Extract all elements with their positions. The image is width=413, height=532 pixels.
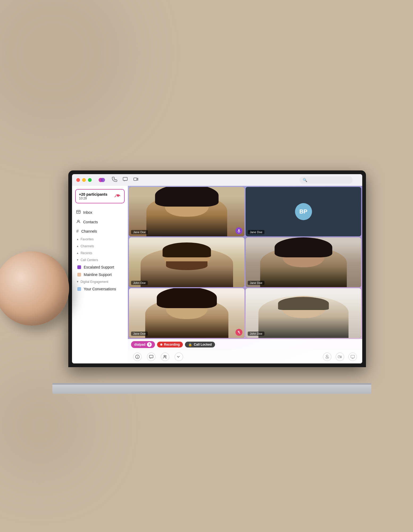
search-bar[interactable]: 🔍 [300,176,353,184]
call-centers-label: Call Centers [81,258,98,262]
inbox-icon [76,210,81,215]
call-duration-label: 10:28 [79,196,107,200]
video-feed-4 [246,237,361,287]
your-conversations-dot [77,287,81,291]
your-conversations-item[interactable]: Your Conversations [72,285,128,293]
contacts-icon [76,219,81,225]
audio-active-badge-1 [235,227,242,234]
sidebar: +20 participants 10:28 [72,186,128,363]
recording-badge[interactable]: Recording [157,342,183,347]
favorites-section[interactable]: ▲ Favorites [72,236,128,243]
svg-rect-3 [134,178,137,181]
video-name-tag-3: John Doe [131,281,148,285]
chat-button[interactable] [147,353,155,361]
video-name-tag-2: Jane Doe [248,230,264,234]
video-name-tag-6: John Doe [248,332,264,336]
call-locked-badge[interactable]: 🔒 Call Locked [185,342,215,347]
mainline-support-item[interactable]: Mainline Support [72,271,128,278]
svg-rect-21 [351,355,355,358]
laptop-base [52,383,371,394]
lock-icon: 🔒 [188,343,192,346]
escalated-support-label: Escalated Support [84,265,114,269]
sidebar-item-contacts[interactable]: Contacts [72,217,128,227]
video-tile-1[interactable]: Jane Doe [129,187,245,237]
mainline-support-label: Mainline Support [84,273,112,277]
video-name-tag-1: Jane Doe [131,230,148,234]
video-off-button[interactable] [336,353,344,361]
toolbar-right [323,353,357,361]
video-tile-5[interactable]: Jane Doe [129,288,245,338]
minimize-button[interactable] [82,178,86,182]
more-options-button[interactable] [175,353,183,361]
info-button[interactable] [133,353,142,361]
phone-toolbar-icon[interactable] [112,177,117,183]
dialpad-count: 9 [147,342,152,347]
laptop-mockup: 🔍 +20 participants 10:28 [47,170,366,388]
screen-content: 🔍 +20 participants 10:28 [72,174,362,363]
call-status-bar: dialpad 9 Recording 🔒 Call Locked [128,339,362,350]
call-participants-label: +20 participants [79,192,107,196]
close-button[interactable] [76,178,80,182]
digital-engagement-label: Digital Engagement [81,280,108,284]
video-feed-3 [129,237,245,287]
call-info: +20 participants 10:28 [79,192,107,200]
mainline-support-dot [77,273,81,277]
channels-section-chevron: ▲ [76,245,79,248]
chat-toolbar-icon[interactable] [123,177,128,183]
svg-point-1 [101,178,105,182]
video-tile-3[interactable]: John Doe [129,237,245,287]
call-centers-section[interactable]: ▼ Call Centers [72,257,128,263]
active-call-card[interactable]: +20 participants 10:28 [75,189,125,203]
dialpad-badge[interactable]: dialpad 9 [131,341,155,348]
video-name-tag-4: Jane Doe [248,281,264,285]
digital-engagement-chevron: ▼ [76,280,79,283]
channels-icon: # [76,229,79,234]
toolbar-icons [112,177,138,183]
screen-bezel: 🔍 +20 participants 10:28 [68,170,366,367]
svg-rect-6 [238,229,239,231]
call-toolbar [128,350,362,363]
dialpad-badge-label: dialpad [134,343,145,346]
video-name-tag-5: Jane Doe [131,332,148,336]
svg-point-5 [78,220,79,222]
channels-section-label: Channels [81,244,94,248]
video-feed-1 [129,187,245,237]
digital-engagement-section[interactable]: ▼ Digital Engagement [72,278,128,285]
video-tile-2[interactable]: BP Jane Doe [246,187,361,237]
escalated-support-dot [77,265,81,269]
call-centers-chevron: ▼ [76,258,79,261]
video-tile-4[interactable]: Jane Doe [246,237,361,287]
favorites-label: Favorites [81,237,94,241]
recents-chevron: ▲ [76,252,79,254]
window-controls [76,178,92,182]
svg-point-15 [165,355,166,357]
recording-badge-label: Recording [164,343,180,346]
recents-section[interactable]: ▲ Recents [72,250,128,257]
video-toolbar-icon[interactable] [133,177,138,183]
svg-rect-2 [123,177,127,181]
app-logo [98,176,106,184]
muted-badge-5 [235,329,242,336]
video-tile-6[interactable]: John Doe [246,288,361,338]
screen-share-button[interactable] [348,353,357,361]
app-layout: +20 participants 10:28 [72,186,362,363]
contacts-label: Contacts [83,220,98,224]
maximize-button[interactable] [88,178,92,182]
video-grid: Jane Doe BP Jane [128,186,362,339]
recents-label: Recents [81,251,92,255]
channels-section[interactable]: ▲ Channels [72,243,128,250]
sidebar-item-inbox[interactable]: Inbox [72,208,128,217]
svg-point-12 [137,355,138,356]
participants-button[interactable] [161,353,169,361]
escalated-support-item[interactable]: Escalated Support [72,263,128,271]
svg-point-14 [164,355,165,357]
video-feed-6 [246,288,361,338]
call-locked-label: Call Locked [194,343,212,346]
main-content: Jane Doe BP Jane [128,186,362,363]
sidebar-item-channels[interactable]: # Channels [72,227,128,236]
channels-label: Channels [81,229,97,233]
mute-button[interactable] [323,353,331,361]
video-feed-5 [129,288,245,338]
call-end-icon[interactable] [115,193,121,199]
recording-dot [160,344,162,346]
